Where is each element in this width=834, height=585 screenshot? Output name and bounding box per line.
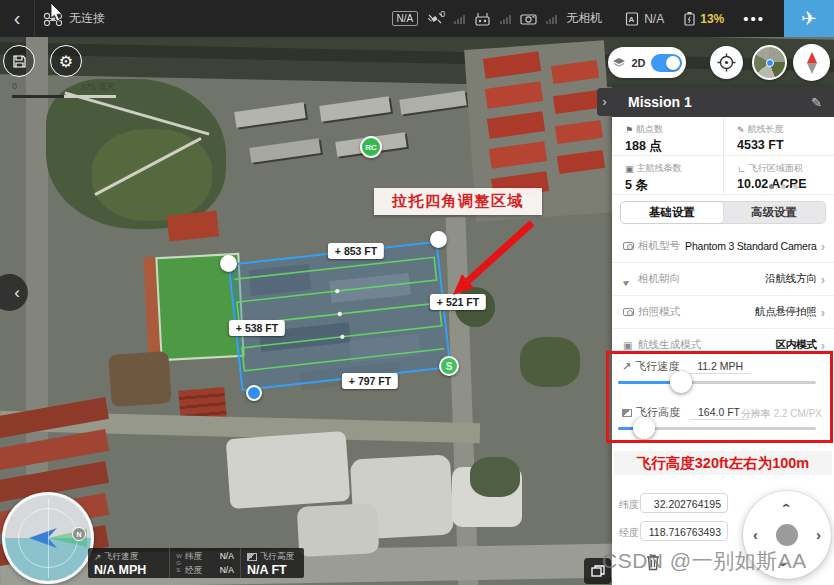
capture-mode-icon [623,308,634,316]
stat-waypoints: ⚑航点数 188 点 [612,117,723,156]
settings-tabs: 基础设置 高级设置 [620,201,826,224]
longitude-input[interactable]: 118.716763493 [640,521,728,541]
map-feature [399,90,466,114]
hud-alt-value: N/A FT [247,563,298,577]
chevron-right-icon: › [821,272,825,287]
lines-icon: ▣ [625,164,634,174]
area-icon: ∟ [737,164,746,174]
row-camera-heading[interactable]: ▸ 相机朝向 沿航线方向 › [612,262,834,295]
airplane-icon: ✈ [801,7,817,30]
gps-mode-badge: N/A [392,11,419,26]
altitude-value: 164.0 FT [690,406,748,420]
altitude-icon [247,553,257,561]
collapse-left-handle[interactable]: ‹ [0,274,28,311]
camera-icon [623,242,634,250]
annotation-arrow [440,209,544,305]
stats-pagination-dots[interactable] [769,184,798,189]
dpad-center[interactable] [776,524,798,546]
speed-icon: ↗ [622,360,631,373]
tab-basic-settings[interactable]: 基础设置 [621,202,723,223]
compass-needle-south [807,63,817,74]
start-label: S [446,361,453,372]
speed-slider-thumb[interactable] [670,371,692,393]
windows-icon [591,565,605,577]
connection-status: 无连接 [69,10,105,27]
map-feature [297,503,380,557]
drone-icon [43,12,63,26]
map-feature [234,102,306,128]
map-2d-toggle-pill: 2D [608,47,686,78]
tab-advanced-settings[interactable]: 高级设置 [723,202,825,223]
speed-icon: ↗ [94,552,101,562]
row-camera-model[interactable]: 相机型号 Phantom 3 Standard Camera › [612,230,834,262]
save-icon [12,54,27,69]
crosshair-icon [717,53,736,72]
svg-text:A: A [629,15,635,24]
panel-collapse-handle[interactable]: › [597,88,612,116]
map-settings-button[interactable]: ⚙ [50,45,82,77]
locate-button[interactable] [710,46,743,79]
stat-path-length: ✎航线长度 4533 FT [723,117,834,156]
save-mission-button[interactable] [3,45,35,77]
map-feature [226,431,351,509]
path-length-icon: ✎ [737,125,745,135]
stat-area: ∟飞行区域面积 10.02 ACRE [723,156,834,195]
flight-path-lines [230,243,449,389]
top-status-bar: ‹ 无连接 N/A 0 无相机 A N/A 13% ••• ✈ [0,0,834,37]
speed-slider[interactable] [618,381,816,384]
corner-handle-bottom-left[interactable] [246,385,262,401]
camera-icon [520,13,537,25]
chevron-left-icon: ‹ [14,7,21,30]
map-feature [167,210,219,241]
checklist-status: N/A [644,12,664,26]
rc-location-marker: RC [360,136,382,158]
altitude-slider-thumb[interactable] [633,417,655,439]
more-menu-button[interactable]: ••• [733,10,775,27]
wgs-label: WGS [176,553,182,574]
stat-main-lines: ▣主航线条数 5 条 [612,156,723,195]
nudge-down-button[interactable]: › [777,562,792,567]
gear-icon: ⚙ [59,52,73,71]
mission-header: Mission 1 ✎ [612,87,834,117]
edge-distance-top: + 853 FT [328,243,384,259]
latitude-input[interactable]: 32.202764195 [640,493,728,513]
row-capture-mode[interactable]: 拍照模式 航点悬停拍照 › [612,295,834,328]
corner-handle-top-left[interactable] [220,255,237,272]
chevron-left-icon: ‹ [14,283,20,303]
edit-mission-icon[interactable]: ✎ [811,95,822,110]
hud-speed-value: N/A MPH [94,563,163,577]
compass-needle-icon [807,52,817,63]
camera-status: 无相机 [566,10,602,27]
edge-distance-bottom: + 797 FT [342,373,398,389]
speed-value: 11.2 MPH [689,360,751,374]
altitude-slider[interactable] [618,427,816,430]
layers-icon [612,57,626,69]
satellite-signal-bars [454,14,465,24]
nudge-left-button[interactable]: ‹ [753,527,758,542]
mission-stats: ⚑航点数 188 点 ✎航线长度 4533 FT ▣主航线条数 5 条 ∟飞行区… [612,117,834,195]
north-badge: N [72,527,86,541]
back-button[interactable]: ‹ [0,0,35,37]
mission-title: Mission 1 [628,94,811,110]
nudge-right-button[interactable]: › [816,527,821,542]
corner-handle-start[interactable]: S [439,356,459,376]
battery-icon [683,11,696,26]
chevron-right-icon: › [603,95,607,109]
2d-toggle-switch[interactable] [651,54,682,72]
map-scale-bar: 0375 英尺 [12,81,116,98]
telemetry-bar: ↗飞行速度 N/A MPH WGS 纬度N/A 经度N/A 飞行高度 N/A F… [88,548,304,578]
longitude-label: 经度 [619,526,639,540]
compass-button[interactable] [793,44,830,81]
map-feature [470,457,520,497]
takeoff-button[interactable]: ✈ [784,0,834,37]
altitude-icon [622,409,632,417]
minimap-button[interactable] [752,45,787,80]
app-screen: { "topbar": { "connection": "无连接", "na_b… [0,0,834,585]
altitude-note: 飞行高度320ft左右为100m [614,451,832,475]
flight-area-polygon[interactable] [228,241,452,391]
camera-signal-bars [546,14,557,24]
nudge-up-button[interactable]: › [777,503,792,508]
screen-windows-button[interactable] [584,558,611,584]
trash-icon[interactable] [645,553,661,571]
path-mode-icon: ▣ [623,340,638,351]
